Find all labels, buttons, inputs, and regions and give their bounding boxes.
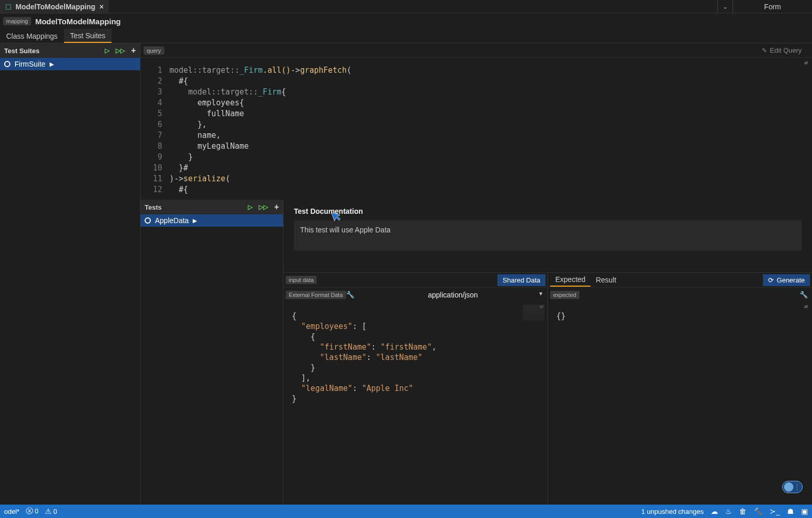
tests-title: Tests xyxy=(145,203,162,211)
generate-button[interactable]: ⟳ Generate xyxy=(763,274,810,286)
chevron-down-icon: ▼ xyxy=(538,291,543,296)
hammer-icon[interactable]: 🔨 xyxy=(754,507,762,515)
test-suites-header: Test Suites ▷ ▷▷ + xyxy=(0,43,140,58)
swap-icon[interactable]: ⇄ xyxy=(804,303,808,310)
edit-query-label: Edit Query xyxy=(770,46,802,54)
robot-icon[interactable]: ☗ xyxy=(787,507,794,515)
wrench-icon[interactable]: 🔧 xyxy=(346,291,354,299)
tab-expected[interactable]: Expected xyxy=(550,273,590,287)
input-format-row: External Format Data 🔧 application/json … xyxy=(284,287,548,302)
status-circle-icon xyxy=(145,217,151,224)
expected-badge: expected xyxy=(550,291,580,299)
tab-result[interactable]: Result xyxy=(590,274,621,286)
add-test-icon[interactable]: + xyxy=(274,202,279,212)
minimap xyxy=(523,305,544,320)
suite-item-firmsuite[interactable]: FirmSuite ▶ xyxy=(0,58,140,70)
query-code-editor[interactable]: ⇄ 1 2 3 4 5 6 7 8 9 10 11 12 model::targ… xyxy=(140,58,812,200)
expand-icon[interactable]: ▣ xyxy=(801,507,808,515)
generate-label: Generate xyxy=(777,276,805,284)
play-icon[interactable]: ▶ xyxy=(193,217,197,224)
test-doc-block: Test Documentation This test will use Ap… xyxy=(284,200,812,255)
errors-indicator[interactable]: ⓧ 0 xyxy=(26,507,39,516)
tab-test-suites[interactable]: Test Suites xyxy=(64,29,112,43)
breadcrumb-title: ModelToModelMapping xyxy=(35,17,121,26)
drag-dots-icon: ⋮ xyxy=(793,483,801,491)
unpushed-changes[interactable]: 1 unpushed changes xyxy=(641,508,704,515)
mapping-tabs: Class Mappings Test Suites xyxy=(0,29,812,43)
input-panel: input data Shared Data External Format D… xyxy=(284,273,548,505)
input-json-editor[interactable]: ⇄ { "employees": [ { "firstName": "first… xyxy=(284,302,548,505)
swap-icon[interactable]: ⇄ xyxy=(804,59,808,66)
suites-actions: ▷ ▷▷ + xyxy=(105,46,136,55)
form-toggle-button[interactable]: Form xyxy=(733,0,812,13)
tests-header: Tests ▷ ▷▷ + xyxy=(140,200,283,214)
wrench-icon[interactable]: 🔧 xyxy=(800,291,808,299)
tests-actions: ▷ ▷▷ + xyxy=(248,202,279,212)
breadcrumb: mapping ModelToModelMapping xyxy=(0,13,812,29)
output-tab-row: Expected Result ⟳ Generate xyxy=(548,273,812,287)
chevron-down-icon[interactable]: ⌄ xyxy=(717,0,733,13)
file-tab[interactable]: ⬚ ModelToModelMapping × xyxy=(0,0,109,13)
add-suite-icon[interactable]: + xyxy=(131,46,136,55)
tests-area: Tests ▷ ▷▷ + AppleData ▶ Test Documenta xyxy=(140,200,812,505)
status-right: 1 unpushed changes ☁ ♨ 🗑 🔨 ≻_ ☗ ▣ xyxy=(641,507,808,515)
workspace-label[interactable]: odel* xyxy=(4,508,20,515)
status-bar: odel* ⓧ 0 ⚠ 0 1 unpushed changes ☁ ♨ 🗑 🔨… xyxy=(0,505,812,518)
test-suites-title: Test Suites xyxy=(4,47,39,55)
status-circle-icon xyxy=(4,61,10,67)
editor-area: query ✎ Edit Query ⇄ 1 2 3 4 5 6 7 8 9 1… xyxy=(140,43,812,505)
refresh-icon: ⟳ xyxy=(768,276,774,284)
file-tab-title: ModelToModelMapping xyxy=(15,3,96,11)
test-suites-panel: Test Suites ▷ ▷▷ + FirmSuite ▶ xyxy=(0,43,140,505)
line-gutter: 1 2 3 4 5 6 7 8 9 10 11 12 xyxy=(140,65,169,198)
type-badge: mapping xyxy=(3,17,31,25)
expected-row: expected 🔧 xyxy=(548,287,812,302)
test-item-label: AppleData xyxy=(155,216,189,225)
test-doc-input[interactable]: This test will use Apple Data xyxy=(294,221,802,250)
run-test-icon[interactable]: ▷ xyxy=(248,203,253,211)
query-badge: query xyxy=(144,46,164,55)
expected-json-editor[interactable]: ⇄ {} xyxy=(548,302,812,505)
notification-dot-icon xyxy=(784,482,793,492)
test-doc-title: Test Documentation xyxy=(294,207,802,215)
code-content: model::target::_Firm.all()->graphFetch( … xyxy=(169,65,351,198)
input-data-badge: input data xyxy=(286,276,317,284)
test-detail-panel: Test Documentation This test will use Ap… xyxy=(284,200,812,505)
toolbar-right: ⌄ Form xyxy=(717,0,812,13)
external-format-label: External Format Data xyxy=(286,291,346,299)
notification-toggle[interactable]: ⋮ xyxy=(782,481,803,493)
run-all-tests-icon[interactable]: ▷▷ xyxy=(259,203,268,211)
expected-panel: Expected Result ⟳ Generate expected 🔧 xyxy=(548,273,812,505)
io-row: input data Shared Data External Format D… xyxy=(284,272,812,505)
shared-data-button[interactable]: Shared Data xyxy=(497,274,545,286)
trash-icon[interactable]: 🗑 xyxy=(739,507,746,515)
tests-panel: Tests ▷ ▷▷ + AppleData ▶ xyxy=(140,200,284,505)
pencil-icon: ✎ xyxy=(762,47,767,54)
play-icon[interactable]: ▶ xyxy=(50,61,54,68)
run-all-icon[interactable]: ▷▷ xyxy=(116,47,125,54)
suite-item-label: FirmSuite xyxy=(14,60,45,68)
close-tab-icon[interactable]: × xyxy=(100,3,104,11)
run-icon[interactable]: ▷ xyxy=(105,47,110,54)
mime-type-select[interactable]: application/json ▼ xyxy=(358,291,548,299)
cloud-upload-icon[interactable]: ☁ xyxy=(711,507,718,515)
test-item-appledata[interactable]: AppleData ▶ xyxy=(140,214,283,227)
file-tab-bar: ⬚ ModelToModelMapping × ⌄ Form xyxy=(0,0,812,13)
mapping-file-icon: ⬚ xyxy=(5,3,11,10)
warnings-indicator[interactable]: ⚠ 0 xyxy=(45,507,57,515)
tab-class-mappings[interactable]: Class Mappings xyxy=(0,29,64,43)
query-bar: query ✎ Edit Query xyxy=(140,43,812,58)
edit-query-button[interactable]: ✎ Edit Query xyxy=(762,46,812,54)
terminal-icon[interactable]: ≻_ xyxy=(770,507,780,515)
fire-icon[interactable]: ♨ xyxy=(725,507,732,515)
input-tab-row: input data Shared Data xyxy=(284,273,548,287)
mime-type-value: application/json xyxy=(428,291,478,299)
